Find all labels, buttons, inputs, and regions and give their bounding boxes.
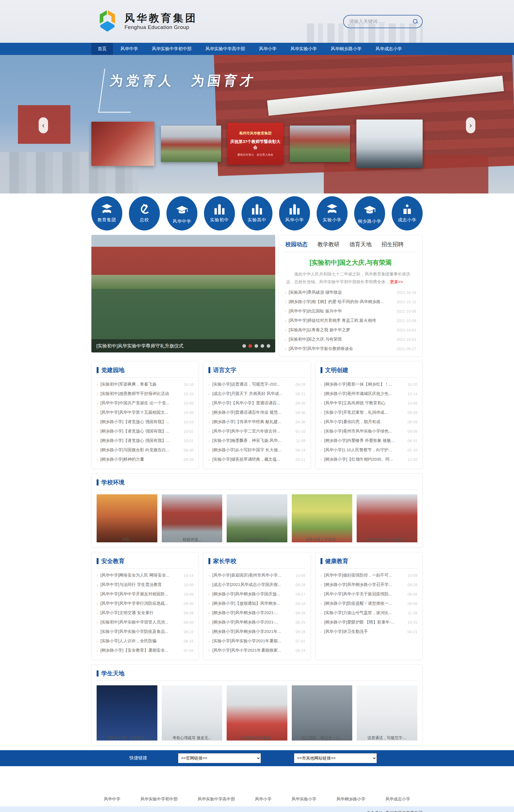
gallery-item[interactable]: 勿忘国耻，铭记九一八... <box>292 685 352 741</box>
list-item[interactable]: › [实验小学]亳州市风华实验小学绿色... 09-08 <box>320 427 418 436</box>
search-input[interactable] <box>349 19 413 25</box>
footer-link[interactable]: 风华实验中学高中部 <box>198 796 235 802</box>
slider-dot[interactable] <box>255 344 258 348</box>
list-item[interactable]: › [风华小学]1.10人民警察节，向守护... 01-10 <box>320 445 418 455</box>
news-list-item[interactable]: › [风华中学]勿忘国耻 振兴中华 2021-10-08 <box>285 307 416 316</box>
carousel-thumb-poster[interactable]: 亳州市风华教育集团 庆祝第37个教师节暨表彰大会 赓续百年初心 担当育人使命 <box>227 123 283 165</box>
gallery-item[interactable]: 校园环境... <box>162 494 223 542</box>
gallery-photo[interactable] <box>356 494 418 534</box>
list-item[interactable]: › [风华小学]讲卫生勤洗手 04-21 <box>320 627 418 636</box>
slider-dot[interactable] <box>249 344 252 348</box>
gallery-photo[interactable] <box>356 685 418 733</box>
news-tab[interactable]: 校园动态 <box>285 241 308 248</box>
school-badge[interactable]: 风华中学 <box>167 196 197 230</box>
school-badge[interactable]: 实验初中 <box>204 196 235 230</box>
gallery-photo[interactable] <box>292 685 352 733</box>
carousel-thumb-5[interactable] <box>356 119 423 168</box>
city-links-select[interactable]: ==市其他网站链接== <box>294 753 377 763</box>
school-badge[interactable]: 总校 <box>129 196 160 230</box>
slider-dot[interactable] <box>267 344 270 348</box>
footer-link[interactable]: 风华中学 <box>104 796 120 802</box>
list-item[interactable]: › [风华中学]风华中学第十五届校园文... 10-08 <box>96 408 194 417</box>
list-item[interactable]: › [风华小学]风华小学二至六年级古诗... 01-10 <box>208 427 305 436</box>
official-links-select[interactable]: ==官网链接== <box>178 753 261 763</box>
featured-news-title[interactable]: [实验初中]国之大庆,与有荣焉 <box>285 258 416 267</box>
search-icon[interactable] <box>413 19 418 24</box>
list-item[interactable]: › [风华小学]喜迎国庆|亳州市风华小学... 10-08 <box>208 571 305 580</box>
nav-item[interactable]: 风华成志小学 <box>369 43 408 55</box>
list-item[interactable]: › [桐乡路小学]【红领巾相约2035、同... 12-20 <box>320 455 418 464</box>
nav-item[interactable]: 风华小学 <box>253 43 283 55</box>
news-list-item[interactable]: › [风华中学]风华中学新任教师座谈会 2021-09-27 <box>285 344 416 353</box>
footer-link[interactable]: 风华实验中学初中部 <box>141 796 178 802</box>
school-badge[interactable]: 风华小学 <box>279 196 310 230</box>
list-item[interactable]: › [桐乡路小学]风华桐乡路小学2021-... 08-25 <box>208 618 305 627</box>
list-item[interactable]: › [风华中学]中国共产党诞生 论一个党... 10-09 <box>96 399 194 408</box>
school-badge[interactable]: 实验高中 <box>241 196 273 230</box>
list-item[interactable]: › [实验初中]感恩教师节手抄报评比活动 10-10 <box>96 389 194 399</box>
news-list-item[interactable]: › [实验高中]乘风破浪 撷华致远 2021-10-18 <box>285 288 416 297</box>
gallery-photo[interactable] <box>292 494 352 534</box>
list-item[interactable]: › [桐乡路小学]【放假通知】风华桐乡... 09-18 <box>208 599 305 608</box>
list-item[interactable]: › [桐乡路小学]普通话诵百年伟业 规范... 08-30 <box>208 408 305 417</box>
gallery-photo[interactable] <box>227 685 287 733</box>
list-item[interactable]: › [实验初中]风华实验中学宿管人员消... 09-08 <box>96 618 194 627</box>
list-item[interactable]: › [风华小学]风华小学关于新冠疫情防... 08-08 <box>320 589 418 599</box>
gallery-item[interactable]: 【风华小学】这些花儿... <box>96 685 158 741</box>
news-photo-slider[interactable]: [实验初中]风华实验中学尊师守礼升旗仪式 <box>91 235 275 352</box>
gallery-photo[interactable] <box>227 494 287 534</box>
footer-link[interactable]: 风华成志小学 <box>385 796 410 802</box>
news-tab[interactable]: 德育天地 <box>349 241 372 248</box>
list-item[interactable]: › [实验小学]风华实验小学2021年暑期... 07-01 <box>208 636 305 646</box>
nav-item[interactable]: 风华桐乡路小学 <box>324 43 368 55</box>
site-logo[interactable]: 风华教育集团 Fenghua Education Group <box>95 9 197 34</box>
gallery-item[interactable]: 风华实验高中正面图片... <box>356 494 418 542</box>
news-tab[interactable]: 教学教研 <box>317 241 340 248</box>
news-list-item[interactable]: › [风华中学]师徒结对共育桃李 青蓝工程;薪火相传 2021-10-08 <box>285 316 416 325</box>
news-list-item[interactable]: › [实验高中]以青春之我 扬中华之梦 2021-10-01 <box>285 325 416 335</box>
list-item[interactable]: › [实验小学]风华实验小学防疫及食品... 08-22 <box>96 627 194 636</box>
search-box[interactable] <box>343 15 423 28</box>
gallery-item[interactable]: 考前心理疏导 激发无... <box>162 685 223 741</box>
gallery-photo[interactable] <box>96 685 158 733</box>
list-item[interactable]: › [风华中学]与法同行 学生普法教育 10-09 <box>96 580 194 589</box>
list-item[interactable]: › [实验小学]开笔启童智，礼润伴成... 09-28 <box>320 408 418 417</box>
list-item[interactable]: › [桐乡路小学]【安全教育】暑期安全... 07-04 <box>96 646 194 655</box>
list-item[interactable]: › [桐乡路小学]亳州市谯城区庆祝少先... 10-14 <box>320 389 418 399</box>
gallery-item[interactable]: 夕阳... <box>96 494 158 542</box>
list-item[interactable]: › [桐乡路小学]内塑修养 外塑形象 做魅... 08-31 <box>320 436 418 445</box>
list-item[interactable]: › [成志小学]2021风华成志小学国庆假... 09-28 <box>208 580 305 589</box>
gallery-item[interactable]: 书香绿意人文和谐... <box>292 494 352 542</box>
list-item[interactable]: › [桐乡路小学]精神的力量 09-28 <box>96 455 194 464</box>
carousel-thumb-1[interactable] <box>91 122 154 166</box>
gallery-photo[interactable] <box>162 685 223 733</box>
list-item[interactable]: › [桐乡路小学]【请党放心 强国有我】... 10-02 <box>96 427 194 436</box>
carousel-thumb-2[interactable] <box>161 125 221 162</box>
footer-link[interactable]: 风华实验小学 <box>291 796 316 802</box>
list-item[interactable]: › [实验小学]翰墨飘香，神采飞扬;风华... 11-09 <box>208 436 305 445</box>
nav-item[interactable]: 风华实验中学初中部 <box>145 43 198 55</box>
gallery-photo[interactable] <box>162 494 223 534</box>
list-item[interactable]: › [风华中学]网络安全为人民 网络安全... 10-14 <box>96 571 194 580</box>
list-item[interactable]: › [桐乡路小学]风华桐乡路小学2021-... 08-26 <box>208 608 305 618</box>
news-tab[interactable]: 招生招聘 <box>381 241 404 248</box>
nav-item[interactable]: 风华实验小学 <box>284 43 323 55</box>
slider-dot[interactable] <box>261 344 264 348</box>
list-item[interactable]: › [风华小学]【风华小学】普通话诵百... 09-20 <box>208 399 305 408</box>
list-item[interactable]: › [实验小学]撷英拾萃诵经典，藏文蕴... 05-21 <box>208 455 305 464</box>
list-item[interactable]: › [实验小学]人人识诈，全民防骗 08-15 <box>96 636 194 646</box>
list-item[interactable]: › [桐乡路小学]风华桐乡路小学召开学... 09-28 <box>320 580 418 589</box>
gallery-item[interactable]: 五星红旗迎风飘扬... <box>227 685 287 741</box>
footer-link[interactable]: 风华桐乡路小学 <box>337 796 366 802</box>
list-item[interactable]: › [成志小学]月圆天下 共画美好 风华成... 09-21 <box>208 389 305 399</box>
list-item[interactable]: › [桐乡路小学]与国旗合影 向党旗告白... 09-30 <box>96 445 194 455</box>
list-item[interactable]: › [风华小学]文明交通 安全童行 09-26 <box>96 608 194 618</box>
list-item[interactable]: › [风华小学]暑你闪亮，期月有成 09-09 <box>320 417 418 427</box>
list-item[interactable]: › [桐乡路小学]风华桐乡路小学国庆放... 09-27 <box>208 589 305 599</box>
nav-item[interactable]: 风华中学 <box>114 43 144 55</box>
more-link[interactable]: 更多>> <box>390 279 403 284</box>
gallery-item[interactable]: 说普通话，写规范字-... <box>356 685 418 741</box>
list-item[interactable]: › [风华中学]风华中学开展反对校园欺... 10-09 <box>96 589 194 599</box>
school-badge[interactable]: 桐乡路小学 <box>354 196 385 230</box>
list-item[interactable]: › [风华中学]立高尚师德 守教育初心 10-09 <box>320 399 418 408</box>
